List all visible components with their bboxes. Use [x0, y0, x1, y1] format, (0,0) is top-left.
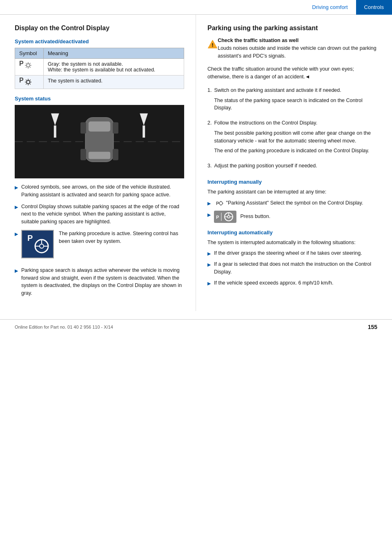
subsection-system-title: System activated/deactivated — [15, 38, 184, 44]
tab-controls[interactable]: Controls — [356, 0, 392, 15]
svg-rect-8 — [113, 122, 118, 134]
svg-rect-14 — [143, 125, 145, 138]
bullet-arrow-icon: ▶ — [15, 204, 18, 211]
parking-procedure-image: P — [21, 230, 54, 258]
list-item: ▶ P The parkin — [15, 230, 184, 262]
svg-rect-9 — [80, 149, 86, 160]
step-3: 3. Adjust the parking position yourself … — [207, 162, 377, 172]
symbol-table: Symbol Meaning P — [15, 48, 184, 89]
svg-text:!: ! — [212, 42, 213, 48]
svg-text:P: P — [27, 234, 33, 242]
right-section-title: Parking using the parking assistant — [207, 24, 377, 32]
parking-symbol-white: P — [19, 78, 39, 86]
left-bullet-list: ▶ Colored symbols, see arrows, on the si… — [15, 183, 184, 297]
bullet-arrow-icon: ▶ — [207, 250, 211, 257]
list-item: ▶ If the vehicle speed exceeds approx. 6… — [207, 279, 377, 287]
footer-text: Online Edition for Part no. 01 40 2 956 … — [15, 325, 113, 329]
warning-box: ! Check the traffic situation as well Lo… — [207, 37, 377, 60]
bullet-arrow-icon: ▶ — [15, 231, 18, 238]
warning-text: Check the traffic situation as well Loud… — [218, 37, 377, 60]
table-header-meaning: Meaning — [44, 48, 184, 59]
bullet-arrow-icon: ▶ — [207, 211, 211, 218]
gear-icon-active — [24, 78, 32, 86]
subsection-status-title: System status — [15, 96, 184, 102]
inline-parking-procedure: P The parking procedure is active. Steer… — [21, 230, 184, 258]
car-top-view-svg — [15, 105, 184, 178]
list-item: ▶ P "Parking Assistant" Select the symbo… — [207, 199, 377, 207]
list-item: ▶ Colored symbols, see arrows, on the si… — [15, 183, 184, 199]
svg-rect-7 — [80, 122, 86, 134]
main-content: Display on the Control Display System ac… — [0, 15, 392, 311]
svg-rect-13 — [54, 125, 56, 138]
auto-bullet-list: ▶ If the driver grasps the steering whee… — [207, 249, 377, 287]
system-status-image — [15, 105, 184, 178]
list-item: ▶ If the driver grasps the steering whee… — [207, 249, 377, 257]
manual-intro: The parking assistant can be interrupted… — [207, 188, 377, 196]
right-column: Parking using the parking assistant ! Ch… — [196, 15, 392, 311]
list-item: ▶ Control Display shows suitable parking… — [15, 203, 184, 226]
list-item: ▶ P Press button. — [207, 211, 377, 223]
page-number: 155 — [368, 324, 377, 330]
table-cell-symbol2: P — [15, 76, 44, 89]
parking-p-steering-icon: P — [23, 232, 52, 256]
left-section-title: Display on the Control Display — [15, 24, 184, 32]
gear-icon — [24, 61, 32, 69]
table-header-symbol: Symbol — [15, 48, 44, 59]
subsection-auto-title: Interrupting automatically — [207, 229, 377, 236]
bullet-arrow-icon: ▶ — [15, 184, 18, 191]
page-footer: Online Edition for Part no. 01 40 2 956 … — [0, 319, 392, 334]
table-row: P The system is activated. — [15, 76, 184, 89]
bullet-arrow-icon: ▶ — [207, 261, 211, 268]
warning-text2: Check the traffic situation around the v… — [207, 65, 377, 81]
left-column: Display on the Control Display System ac… — [0, 15, 196, 311]
svg-point-0 — [27, 64, 30, 67]
svg-text:P: P — [216, 215, 219, 220]
table-cell-meaning1: Gray: the system is not available. White… — [44, 59, 184, 76]
tab-driving-comfort[interactable]: Driving comfort — [304, 0, 356, 15]
table-cell-symbol1: P — [15, 59, 44, 76]
numbered-steps-list: 1. Switch on the parking assistant and a… — [207, 87, 377, 172]
list-item: ▶ Parking space search is always active … — [15, 267, 184, 297]
bullet-arrow-icon: ▶ — [207, 280, 211, 287]
bullet-arrow-icon: ▶ — [207, 200, 211, 207]
step-1: 1. Switch on the parking assistant and a… — [207, 87, 377, 114]
table-row: P Gray: the system is not available. Whi… — [15, 59, 184, 76]
svg-rect-5 — [89, 122, 110, 132]
bullet-arrow-icon: ▶ — [15, 267, 18, 274]
svg-point-1 — [27, 80, 30, 84]
page-header: Driving comfort Controls — [0, 0, 392, 15]
svg-rect-6 — [89, 152, 110, 159]
header-tabs: Driving comfort Controls — [304, 0, 392, 15]
svg-rect-10 — [113, 149, 118, 160]
subsection-manual-title: Interrupting manually — [207, 179, 377, 185]
list-item: ▶ If a gear is selected that does not ma… — [207, 260, 377, 276]
press-button-image: P — [214, 211, 236, 223]
manual-bullet-list: ▶ P "Parking Assistant" Select the symbo… — [207, 199, 377, 223]
step-2: 2. Follow the instructions on the Contro… — [207, 119, 377, 157]
parking-gear-symbol: P — [215, 199, 223, 207]
auto-intro: The system is interrupted automatically … — [207, 239, 377, 247]
table-cell-meaning2: The system is activated. — [44, 76, 184, 89]
warning-triangle-icon: ! — [207, 37, 218, 51]
parking-symbol-gray: P — [19, 61, 39, 69]
svg-point-25 — [219, 202, 223, 205]
